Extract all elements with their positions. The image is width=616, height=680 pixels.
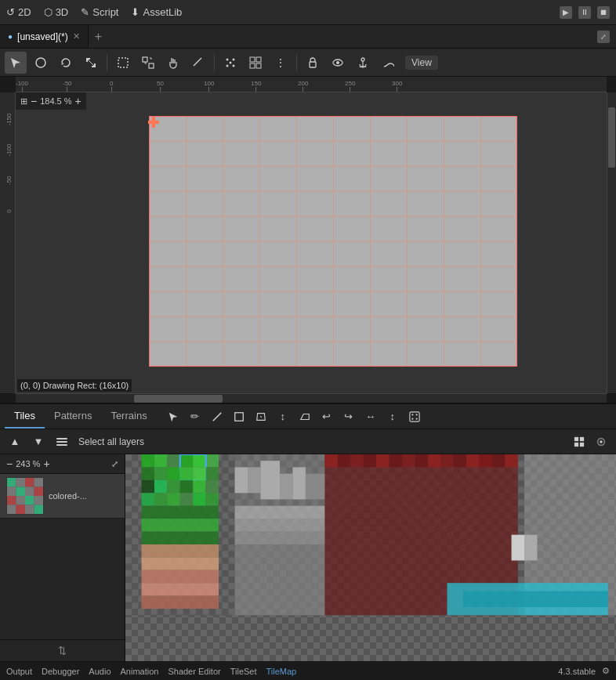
svg-rect-73	[142, 493, 154, 505]
panel-rect-tool[interactable]	[229, 407, 249, 427]
horizontal-scrollbar[interactable]	[16, 393, 607, 403]
zoom-in-button[interactable]: +	[75, 95, 82, 107]
tileset-sort-button[interactable]: ⇅	[0, 639, 125, 661]
svg-rect-44	[7, 505, 16, 515]
svg-point-21	[415, 418, 417, 419]
transform-button[interactable]	[137, 52, 159, 74]
ruler-tick: 250	[345, 80, 355, 92]
visibility-button[interactable]	[327, 52, 349, 74]
layer-down-button[interactable]: ▼	[28, 432, 49, 452]
ruler-tick: 150	[251, 80, 261, 92]
tab-tiles[interactable]: Tiles	[5, 404, 45, 429]
layer-up-button[interactable]: ▲	[5, 432, 25, 452]
select-all-layers-button[interactable]: Select all layers	[78, 436, 144, 447]
snap-button[interactable]	[219, 52, 241, 74]
pause-button[interactable]: ⏸	[578, 6, 591, 19]
hand-tool-button[interactable]	[162, 52, 184, 74]
maximize-button[interactable]: ⤢	[597, 31, 610, 43]
panel-erase-tool[interactable]	[295, 407, 315, 427]
panel-flip-h-tool[interactable]: ↔	[361, 407, 381, 427]
mode-3d-label: 3D	[56, 6, 69, 18]
ruler-tool-button[interactable]	[187, 52, 209, 74]
svg-rect-102	[364, 454, 376, 467]
tileset-main-view[interactable]	[125, 454, 616, 661]
layer-bar: ▲ ▼ Select all layers	[0, 429, 616, 454]
panel-line-tool[interactable]	[207, 407, 227, 427]
svg-rect-82	[142, 544, 219, 557]
horizontal-scrollbar-thumb[interactable]	[134, 395, 223, 403]
layer-settings-button[interactable]	[591, 432, 611, 452]
tileset-zoom-out-button[interactable]: −	[6, 458, 13, 470]
tab-patterns[interactable]: Patterns	[45, 404, 101, 429]
layer-list-button[interactable]	[52, 432, 72, 452]
status-tilemap[interactable]: TileMap	[266, 667, 297, 676]
status-debugger[interactable]: Debugger	[42, 667, 79, 676]
tab-close-button[interactable]: ✕	[73, 31, 80, 42]
arrow-tool-button[interactable]	[5, 52, 27, 74]
svg-rect-17	[234, 412, 243, 421]
stop-button[interactable]: ⏹	[597, 6, 610, 19]
grid-button[interactable]	[245, 52, 266, 74]
svg-rect-61	[142, 467, 154, 479]
view-button[interactable]: View	[405, 56, 438, 70]
tab-patterns-label: Patterns	[54, 410, 92, 421]
svg-rect-75	[167, 493, 179, 505]
toolbar-separator-1	[107, 54, 107, 71]
panel-random-tool[interactable]	[404, 407, 425, 427]
mode-assetlib[interactable]: ⬇ AssetLib	[131, 6, 182, 18]
svg-point-15	[336, 61, 339, 64]
vertical-scrollbar-thumb[interactable]	[608, 107, 615, 168]
status-settings-icon[interactable]: ⚙	[602, 666, 610, 676]
ruler-top: -100 -50 0 50 100 150 200 250 300	[16, 77, 607, 92]
panel-undo-tool[interactable]: ↩	[317, 407, 337, 427]
rotate-tool-button[interactable]	[55, 52, 77, 74]
panel-flip-v-tool[interactable]: ↕	[382, 407, 403, 427]
canvas-crosshair: ✚	[147, 114, 159, 132]
svg-rect-62	[154, 467, 167, 479]
more-options-button[interactable]: ⋮	[270, 52, 292, 74]
layer-grid-view-button[interactable]	[569, 432, 589, 452]
svg-rect-78	[206, 493, 219, 505]
zoom-out-button[interactable]: −	[31, 95, 37, 107]
svg-rect-99	[325, 454, 338, 467]
svg-rect-24	[56, 438, 67, 439]
mode-script[interactable]: ✎ Script	[81, 6, 118, 18]
select-region-button[interactable]	[112, 52, 134, 74]
panel-tab-bar: Tiles Patterns Terrains ✏ ↕	[0, 404, 616, 429]
paint-button[interactable]	[377, 52, 399, 74]
canvas-viewport[interactable]: ✚	[16, 92, 607, 393]
tab-terrains[interactable]: Terrains	[101, 404, 156, 429]
tileset-expand-button[interactable]: ⤢	[111, 459, 118, 469]
status-output[interactable]: Output	[6, 667, 32, 676]
panel-pin-tool[interactable]: ↕	[273, 407, 293, 427]
tab-unsaved[interactable]: ● [unsaved](*) ✕	[0, 25, 89, 48]
move-tool-button[interactable]	[30, 52, 52, 74]
play-button[interactable]: ▶	[560, 6, 572, 19]
tileset-zoom-in-button[interactable]: +	[43, 458, 49, 470]
mode-2d[interactable]: ↺ 2D	[6, 6, 31, 18]
svg-rect-84	[142, 570, 219, 583]
lock-button[interactable]	[302, 52, 324, 74]
status-audio[interactable]: Audio	[89, 667, 111, 676]
mode-3d[interactable]: ⬡ 3D	[44, 6, 69, 18]
tileset-item[interactable]: colored-...	[0, 474, 125, 519]
svg-rect-107	[428, 454, 440, 467]
new-tab-button[interactable]: +	[89, 30, 108, 44]
panel-pencil-tool[interactable]: ✏	[185, 407, 205, 427]
vertical-scrollbar[interactable]	[607, 92, 616, 393]
window-controls: ▶ ⏸ ⏹	[560, 6, 610, 19]
panel-fill-tool[interactable]	[251, 407, 271, 427]
svg-rect-42	[25, 496, 34, 505]
status-animation[interactable]: Animation	[121, 667, 159, 676]
status-shader-editor[interactable]: Shader Editor	[168, 667, 220, 676]
svg-point-16	[361, 58, 364, 61]
svg-rect-36	[7, 487, 16, 497]
panel-redo-tool[interactable]: ↪	[339, 407, 359, 427]
svg-rect-29	[574, 442, 578, 446]
status-tileset[interactable]: TileSet	[230, 667, 257, 676]
scale-tool-button[interactable]	[80, 52, 102, 74]
ruler-tick: -100	[16, 80, 28, 92]
3d-icon: ⬡	[44, 6, 53, 18]
panel-select-tool[interactable]	[163, 407, 183, 427]
anchor-button[interactable]	[352, 52, 374, 74]
